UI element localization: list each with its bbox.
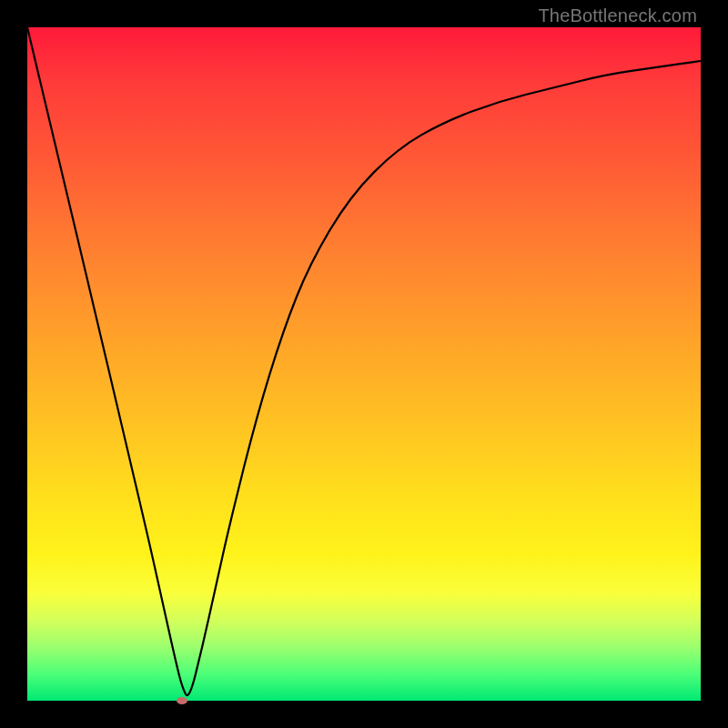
watermark-text: TheBottleneck.com xyxy=(538,5,697,26)
bottleneck-curve xyxy=(27,27,701,695)
plot-area xyxy=(27,27,701,701)
minimum-marker xyxy=(177,697,187,704)
curve-layer xyxy=(27,27,701,701)
chart-frame: TheBottleneck.com xyxy=(0,0,728,728)
